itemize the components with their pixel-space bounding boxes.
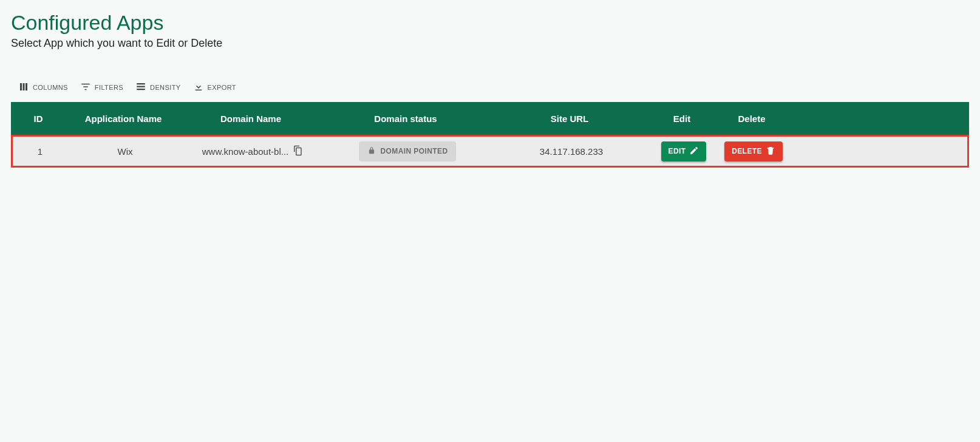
edit-button-label: EDIT: [669, 147, 686, 155]
col-header-domain[interactable]: Domain Name: [181, 114, 321, 124]
density-button[interactable]: DENSITY: [133, 79, 183, 96]
export-label: EXPORT: [208, 84, 236, 91]
cell-status: DOMAIN POINTED: [322, 137, 492, 166]
download-icon: [193, 81, 204, 93]
apps-table: ID Application Name Domain Name Domain s…: [11, 102, 969, 168]
cell-domain: www.know-about-bl...: [183, 137, 322, 166]
domain-text: www.know-about-bl...: [202, 146, 289, 157]
delete-button[interactable]: DELETE: [724, 141, 783, 162]
filter-icon: [80, 81, 91, 93]
cell-siteurl: 34.117.168.233: [492, 137, 650, 166]
col-header-delete[interactable]: Delete: [715, 114, 788, 124]
trash-icon: [766, 146, 775, 157]
cell-edit: EDIT: [650, 137, 717, 166]
table-row[interactable]: 1 Wix www.know-about-bl... DOMAIN POINTE…: [11, 135, 969, 168]
col-header-id[interactable]: ID: [11, 114, 66, 124]
col-header-status[interactable]: Domain status: [321, 114, 491, 124]
filters-button[interactable]: FILTERS: [78, 79, 126, 96]
cell-appname: Wix: [67, 137, 183, 166]
columns-icon: [18, 81, 29, 93]
status-chip: DOMAIN POINTED: [359, 141, 457, 162]
export-button[interactable]: EXPORT: [191, 79, 239, 96]
columns-button[interactable]: COLUMNS: [16, 79, 70, 96]
density-icon: [135, 81, 146, 93]
col-header-appname[interactable]: Application Name: [66, 114, 181, 124]
table-header-row: ID Application Name Domain Name Domain s…: [11, 102, 969, 135]
col-header-siteurl[interactable]: Site URL: [491, 114, 648, 124]
col-header-edit[interactable]: Edit: [648, 114, 715, 124]
pencil-icon: [689, 146, 699, 157]
page-title: Configured Apps: [11, 11, 969, 35]
density-label: DENSITY: [150, 84, 180, 91]
status-text: DOMAIN POINTED: [381, 147, 448, 155]
edit-button[interactable]: EDIT: [661, 141, 707, 162]
columns-label: COLUMNS: [33, 84, 68, 91]
cell-delete: DELETE: [717, 137, 790, 166]
page-subtitle: Select App which you want to Edit or Del…: [11, 37, 969, 50]
table-toolbar: COLUMNS FILTERS DENSITY EXPORT: [11, 79, 969, 102]
filters-label: FILTERS: [95, 84, 123, 91]
cell-id: 1: [13, 137, 67, 166]
copy-icon[interactable]: [292, 145, 303, 158]
delete-button-label: DELETE: [732, 147, 762, 155]
lock-icon: [367, 146, 376, 157]
